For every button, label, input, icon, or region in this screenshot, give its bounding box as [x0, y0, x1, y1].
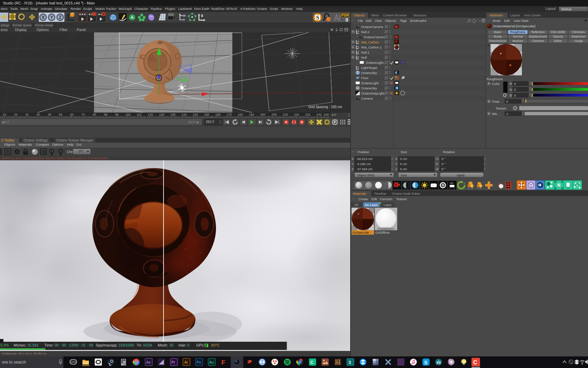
svg-text:Attributes: Attributes: [489, 13, 503, 17]
svg-text:Layers: Layers: [510, 13, 520, 17]
svg-text:OctaneCamera: OctaneCamera: [361, 25, 383, 29]
svg-text:184: 184: [238, 113, 243, 116]
svg-text:0 cm: 0 cm: [400, 167, 407, 171]
svg-text:Floor: Floor: [361, 76, 369, 80]
svg-text:0 cm: 0 cm: [400, 157, 407, 161]
svg-text:GPU:: GPU:: [196, 343, 205, 347]
svg-text:OctaneLight: OctaneLight: [361, 81, 379, 85]
svg-text:Medium: Medium: [512, 39, 523, 43]
svg-text:Color: Color: [492, 82, 500, 86]
svg-text:0: 0: [187, 343, 189, 347]
svg-text:Size: Size: [401, 150, 407, 154]
svg-text:Z: Z: [59, 15, 62, 20]
svg-text:Position: Position: [358, 150, 369, 154]
svg-text:128: 128: [159, 113, 164, 116]
svg-text:Content Browser: Content Browser: [383, 13, 407, 17]
svg-text:P: P: [436, 162, 438, 166]
svg-text:OctaneCamera: OctaneCamera: [363, 35, 386, 39]
svg-text:Spp/maxspp:: Spp/maxspp:: [96, 343, 118, 347]
svg-text:144: 144: [182, 113, 187, 116]
svg-text:Mix . .: Mix . .: [492, 112, 500, 116]
svg-text:Float . .: Float . .: [492, 100, 503, 103]
svg-text:Dispersion: Dispersion: [571, 35, 586, 38]
svg-text:0: 0: [357, 50, 359, 54]
svg-text:IES: IES: [450, 182, 453, 184]
svg-text:OctSpecular: OctSpecular: [352, 231, 369, 234]
svg-text:1 .: 1 .: [506, 112, 510, 116]
svg-text:Octane Node Editor: Octane Node Editor: [392, 192, 420, 195]
svg-text:0 cm: 0 cm: [400, 162, 407, 166]
svg-text:Camera: Camera: [361, 97, 373, 100]
svg-text:Texture: Texture: [396, 197, 407, 201]
svg-text:200: 200: [260, 113, 265, 116]
svg-text:G: G: [510, 88, 512, 91]
svg-text:B: B: [510, 93, 512, 97]
svg-text:Normal: Normal: [513, 35, 523, 38]
svg-text:250 F: 250 F: [206, 120, 215, 124]
svg-text:◀ 0 F: ◀ 0 F: [2, 120, 10, 124]
svg-text:216: 216: [283, 113, 288, 116]
svg-text:176: 176: [227, 113, 232, 116]
svg-text:Z: Z: [352, 167, 354, 171]
svg-text:ere to search: ere to search: [2, 360, 26, 365]
svg-text:Apply: Apply: [457, 173, 465, 177]
svg-text:Edit: Edit: [366, 19, 372, 23]
svg-text:Assign: Assign: [574, 39, 583, 43]
svg-text:Pro: Pro: [336, 361, 340, 363]
svg-text:00 : 00 : 12/00 : 01 : 09: 00 : 00 : 12/00 : 01 : 09: [55, 343, 93, 347]
svg-text:Mat_Carbon.1: Mat_Carbon.1: [361, 45, 382, 49]
svg-text:File: File: [358, 19, 363, 23]
svg-text:Mesh:: Mesh:: [158, 343, 168, 347]
svg-text:3: 3: [349, 360, 351, 365]
svg-text:-4.196 cm: -4.196 cm: [356, 162, 371, 166]
svg-text:OctDiffuse: OctDiffuse: [375, 231, 390, 234]
svg-text:OctaneSky: OctaneSky: [361, 86, 377, 90]
svg-text:PSR: PSR: [341, 13, 349, 17]
svg-text:Bookmarks: Bookmarks: [410, 19, 427, 23]
svg-text:C: C: [473, 359, 477, 365]
svg-text:R: R: [510, 82, 512, 86]
svg-text:232: 232: [305, 113, 310, 116]
svg-text:LightTarget: LightTarget: [361, 66, 377, 70]
svg-text:-92.513 cm: -92.513 cm: [356, 157, 373, 161]
svg-text:X: X: [352, 157, 354, 161]
svg-text:0: 0: [357, 66, 359, 69]
svg-text:Size: Size: [401, 173, 407, 177]
svg-text:Null.2: Null.2: [361, 30, 369, 34]
svg-text:Objects: Objects: [385, 19, 396, 23]
svg-text:160: 160: [204, 113, 209, 116]
svg-text:16: 16: [3, 113, 6, 116]
svg-text:248: 248: [324, 113, 329, 116]
svg-text:H: H: [436, 157, 439, 161]
svg-text:?: ?: [301, 121, 303, 124]
svg-text:Pr: Pr: [171, 360, 175, 364]
svg-text:88: 88: [104, 113, 107, 116]
svg-text:56: 56: [59, 113, 62, 116]
svg-text:S: S: [424, 360, 427, 365]
svg-text:0/23k: 0/23k: [143, 343, 152, 347]
svg-text:192: 192: [249, 113, 254, 116]
svg-text:224: 224: [294, 113, 299, 116]
svg-text:24: 24: [14, 113, 17, 116]
svg-text:Editor: Editor: [554, 39, 562, 43]
svg-text:104: 104: [125, 113, 130, 116]
svg-text:0 °: 0 °: [442, 167, 446, 171]
svg-text:48: 48: [48, 113, 51, 116]
svg-text:Roughness: Roughness: [486, 77, 503, 81]
svg-text:0: 0: [514, 82, 516, 86]
svg-text:Function: Function: [380, 197, 392, 201]
svg-text:User Data: User Data: [514, 19, 528, 23]
svg-text:PT: PT: [79, 150, 83, 153]
svg-text:240: 240: [316, 113, 322, 116]
svg-text:C: C: [310, 360, 314, 365]
svg-text:Mode: Mode: [493, 19, 501, 23]
svg-text:P: P: [334, 120, 336, 124]
svg-text:Rotation: Rotation: [443, 150, 455, 154]
svg-text:Timeline: Timeline: [374, 192, 386, 195]
svg-text:64: 64: [70, 113, 74, 116]
svg-text:X: X: [42, 15, 45, 20]
svg-text:152: 152: [193, 113, 198, 116]
svg-text:5.9%: 5.9%: [0, 343, 9, 347]
svg-text:0: 0: [357, 45, 359, 48]
svg-text:Displacement: Displacement: [529, 35, 547, 38]
